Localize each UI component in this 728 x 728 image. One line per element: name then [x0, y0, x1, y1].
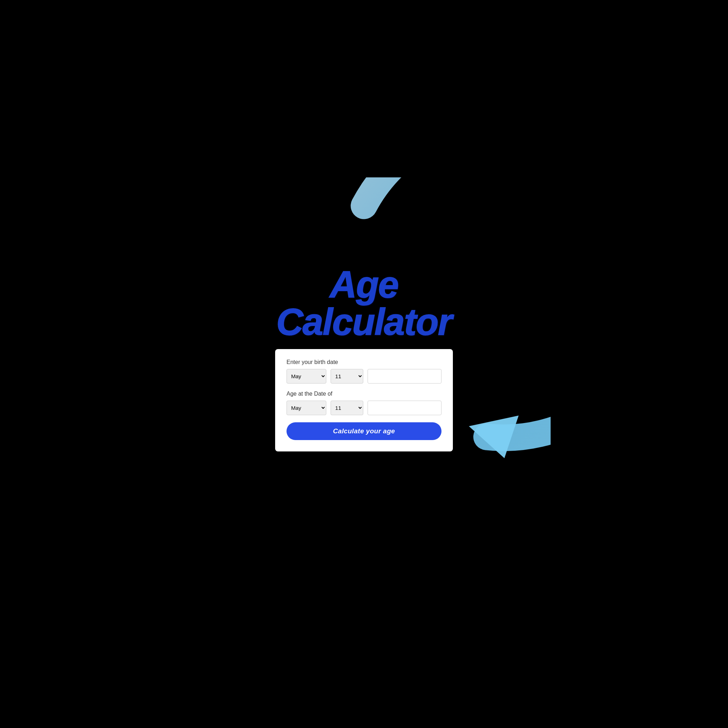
- calculate-button[interactable]: Calculate your age: [286, 422, 442, 440]
- age-month-select[interactable]: May January February March April June Ju…: [286, 401, 326, 415]
- app-title: Age Calculator: [276, 266, 451, 341]
- birth-date-row: May January February March April June Ju…: [286, 369, 442, 384]
- app-content: Age Calculator Enter your birth date May…: [275, 266, 453, 451]
- birth-day-select[interactable]: 11 123 456 789 101213 141516 171819 2021…: [330, 369, 363, 384]
- birth-month-select[interactable]: May January February March April June Ju…: [286, 369, 326, 384]
- main-container: Age Calculator Enter your birth date May…: [168, 168, 560, 560]
- age-at-label: Age at the Date of: [286, 391, 442, 397]
- age-day-select[interactable]: 11 123 456 789 101213 141516 171819 2021…: [330, 401, 363, 415]
- age-at-date-row: May January February March April June Ju…: [286, 401, 442, 415]
- title-line2: Calculator: [276, 301, 451, 343]
- title-line1: Age: [330, 264, 398, 305]
- age-year-input[interactable]: [367, 401, 442, 415]
- birth-year-input[interactable]: [367, 369, 442, 384]
- calculator-card: Enter your birth date May January Februa…: [275, 349, 453, 451]
- birth-date-label: Enter your birth date: [286, 359, 442, 366]
